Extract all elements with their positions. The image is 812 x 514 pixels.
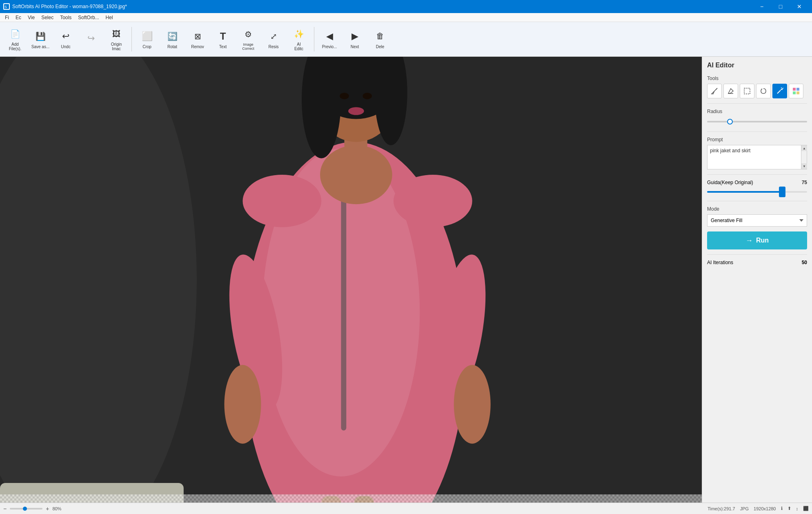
zoom-control	[10, 508, 42, 510]
undo-icon: ↩	[59, 30, 72, 43]
delete-label: Dele	[376, 45, 385, 49]
toolbar-add-files[interactable]: 📄 Add File(s).	[3, 24, 27, 54]
status-bar: − + 80% Time(s):291.7 JPG 1920x1280 ℹ ⬆ …	[0, 503, 812, 514]
zoom-in-icon[interactable]: +	[46, 505, 49, 512]
radius-thumb[interactable]	[727, 119, 733, 125]
divider-2	[707, 131, 807, 132]
svg-point-31	[781, 87, 782, 88]
menu-select[interactable]: Selec	[38, 14, 57, 21]
divider-1	[707, 103, 807, 104]
toolbar-rotate[interactable]: 🔄 Rotat	[160, 24, 184, 54]
guidance-thumb[interactable]	[779, 187, 785, 197]
svg-rect-33	[793, 88, 796, 91]
guidance-value: 75	[802, 180, 807, 185]
image-correction-label: Image Correct	[242, 42, 254, 51]
toolbar-undo[interactable]: ↩ Undc	[54, 24, 78, 54]
toolbar-redo[interactable]: ↪	[79, 24, 103, 54]
toolbar-ai-editor[interactable]: ✨ AI Editc	[287, 24, 311, 54]
zoom-value: 80%	[52, 506, 61, 511]
panel-title: AI Editor	[707, 62, 807, 69]
dimensions-display: 1920x1280	[754, 506, 776, 511]
mode-section: Mode Generative Fill Inpainting Outpaint…	[707, 206, 807, 227]
crop-label: Crop	[142, 45, 151, 49]
menu-view[interactable]: Vie	[24, 14, 38, 21]
toolbar-resize[interactable]: ⤢ Resis	[262, 24, 285, 54]
rect-select-icon	[743, 87, 751, 95]
menu-softorbits[interactable]: SoftOrb...	[75, 14, 102, 21]
status-right: Time(s):291.7 JPG 1920x1280 ℹ ⬆ ↕ ⬛	[707, 506, 809, 511]
menu-file[interactable]: Fi	[2, 14, 12, 21]
title-bar: S SoftOrbits AI Photo Editor - woman-970…	[0, 0, 812, 13]
minimize-button[interactable]: −	[752, 0, 771, 13]
prompt-scroll-down[interactable]: ▼	[801, 163, 807, 169]
toolbar-remove[interactable]: ⊠ Remov	[186, 24, 209, 54]
next-icon: ▶	[348, 30, 361, 43]
tool-brush[interactable]	[707, 84, 722, 98]
text-label: Text	[219, 45, 227, 49]
upload-icon[interactable]: ⬆	[788, 506, 791, 511]
prompt-scroll-up[interactable]: ▲	[801, 145, 807, 151]
divider-3	[707, 174, 807, 175]
divider-4	[707, 201, 807, 201]
toolbar-text[interactable]: T Text	[211, 24, 235, 54]
svg-line-28	[777, 90, 781, 93]
toolbar-crop[interactable]: ⬜ Crop	[135, 24, 159, 54]
tools-label: Tools	[707, 76, 807, 81]
prompt-textarea[interactable]: pink jaket and skirt	[707, 145, 801, 168]
tool-eraser[interactable]	[723, 84, 738, 98]
add-files-label: Add File(s).	[9, 42, 22, 51]
radius-track	[707, 121, 807, 122]
toolbar-image-correction[interactable]: ⚙ Image Correct	[236, 24, 260, 54]
format-display: JPG	[740, 506, 749, 511]
ai-editor-icon: ✨	[292, 27, 305, 40]
info-icon[interactable]: ℹ	[781, 506, 783, 511]
zoom-slider[interactable]	[10, 508, 42, 510]
maximize-button[interactable]: □	[771, 0, 790, 13]
tool-lasso[interactable]	[756, 84, 771, 98]
guidance-slider-wrap[interactable]	[707, 188, 807, 196]
svg-rect-36	[796, 91, 799, 94]
window-title: SoftOrbits AI Photo Editor - woman-97088…	[12, 4, 127, 9]
guidance-section: Guida(Keep Original) 75	[707, 180, 807, 196]
flip-icon[interactable]: ↕	[796, 506, 799, 511]
toolbar-delete[interactable]: 🗑 Dele	[368, 24, 392, 54]
mode-select[interactable]: Generative Fill Inpainting Outpainting	[707, 214, 807, 227]
screen-icon[interactable]: ⬛	[803, 506, 809, 511]
menu-edit[interactable]: Ec	[12, 14, 24, 21]
zoom-thumb[interactable]	[23, 507, 27, 511]
redo-icon: ↪	[85, 32, 98, 45]
iterations-value: 50	[802, 260, 807, 265]
crop-icon: ⬜	[140, 30, 154, 43]
tool-color-select[interactable]	[789, 84, 803, 98]
right-panel: AI Editor Tools	[702, 57, 812, 503]
next-label: Next	[351, 45, 359, 49]
color-select-icon	[792, 87, 800, 95]
toolbar-sep-2	[314, 27, 314, 51]
toolbar-previous[interactable]: ◀ Previo...	[318, 24, 341, 54]
canvas-area[interactable]	[0, 57, 702, 503]
svg-point-30	[782, 89, 783, 90]
title-bar-left: S SoftOrbits AI Photo Editor - woman-970…	[3, 3, 127, 10]
close-button[interactable]: ✕	[790, 0, 809, 13]
radius-slider-area[interactable]	[707, 117, 807, 127]
svg-rect-35	[793, 91, 796, 94]
tool-rect-select[interactable]	[740, 84, 754, 98]
guidance-header: Guida(Keep Original) 75	[707, 180, 807, 185]
tool-magic-wand[interactable]	[772, 84, 787, 98]
status-left: − + 80%	[3, 505, 61, 512]
photo-svg	[0, 57, 702, 503]
rotate-label: Rotat	[167, 45, 177, 49]
lasso-icon	[759, 87, 768, 95]
radius-section: Radius	[707, 109, 807, 127]
toolbar-save-as[interactable]: 💾 Save as...	[29, 24, 52, 54]
menu-help[interactable]: Hel	[102, 14, 116, 21]
svg-rect-34	[796, 88, 799, 91]
brush-icon	[710, 87, 719, 95]
toolbar-original-image[interactable]: 🖼 Origin Imac	[105, 24, 128, 54]
svg-rect-27	[744, 88, 750, 94]
prompt-scroll-wrap: pink jaket and skirt ▲ ▼	[707, 145, 807, 169]
run-button[interactable]: → Run	[707, 231, 807, 249]
zoom-out-icon[interactable]: −	[3, 505, 7, 512]
menu-tools[interactable]: Tools	[57, 14, 75, 21]
toolbar-next[interactable]: ▶ Next	[343, 24, 367, 54]
